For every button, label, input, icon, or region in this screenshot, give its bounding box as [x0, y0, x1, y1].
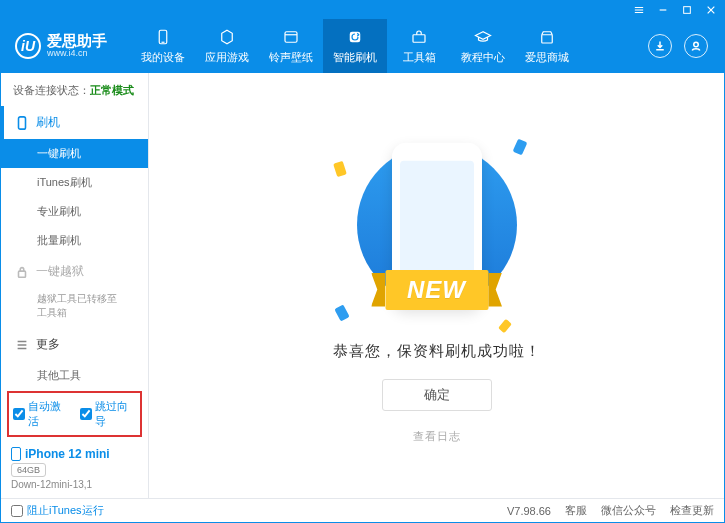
sidebar-item-oneclick[interactable]: 一键刷机 — [1, 139, 148, 168]
success-illustration: NEW — [337, 128, 537, 328]
checkbox-auto-activate[interactable]: 自动激活 — [13, 399, 70, 429]
wallpaper-icon — [282, 28, 300, 46]
tab-toolbox[interactable]: 工具箱 — [387, 19, 451, 73]
tab-label: 教程中心 — [461, 50, 505, 65]
section-label: 更多 — [36, 336, 60, 353]
footer-right: V7.98.66 客服 微信公众号 检查更新 — [507, 503, 714, 518]
minimize-icon[interactable] — [656, 3, 670, 17]
tab-ringtones[interactable]: 铃声壁纸 — [259, 19, 323, 73]
block-itunes-input[interactable] — [11, 505, 23, 517]
view-log-link[interactable]: 查看日志 — [413, 429, 461, 444]
sidebar-item-batch[interactable]: 批量刷机 — [1, 226, 148, 255]
sidebar-section-jailbreak[interactable]: 一键越狱 — [1, 255, 148, 288]
list-icon — [15, 338, 29, 352]
refresh-icon — [346, 28, 364, 46]
settings-menu-icon[interactable] — [632, 3, 646, 17]
brand-block: iU 爱思助手 www.i4.cn — [15, 33, 107, 59]
window-titlebar — [1, 1, 724, 19]
new-ribbon: NEW — [371, 270, 502, 310]
app-window: iU 爱思助手 www.i4.cn 我的设备 应用游戏 铃声壁纸 智能刷机 — [0, 0, 725, 523]
sidebar-section-more[interactable]: 更多 — [1, 328, 148, 361]
device-name: iPhone 12 mini — [11, 447, 138, 461]
main-tabs: 我的设备 应用游戏 铃声壁纸 智能刷机 工具箱 教程中心 — [131, 19, 579, 73]
svg-rect-2 — [285, 31, 297, 42]
main-panel: NEW 恭喜您，保资料刷机成功啦！ 确定 查看日志 — [149, 73, 724, 498]
connection-status: 设备连接状态：正常模式 — [1, 73, 148, 106]
tab-label: 智能刷机 — [333, 50, 377, 65]
jailbreak-note: 越狱工具已转移至 工具箱 — [1, 288, 148, 328]
sidebar-list: 刷机 一键刷机 iTunes刷机 专业刷机 批量刷机 一键越狱 越狱工具已转移至… — [1, 106, 148, 385]
svg-rect-0 — [684, 7, 691, 14]
body: 设备连接状态：正常模式 刷机 一键刷机 iTunes刷机 专业刷机 批量刷机 一… — [1, 73, 724, 498]
sidebar-item-other[interactable]: 其他工具 — [1, 361, 148, 385]
apps-icon — [218, 28, 236, 46]
checkbox-label: 跳过向导 — [95, 399, 137, 429]
svg-rect-5 — [542, 34, 553, 42]
tab-label: 铃声壁纸 — [269, 50, 313, 65]
tab-store[interactable]: 爱思商城 — [515, 19, 579, 73]
lock-icon — [15, 265, 29, 279]
close-icon[interactable] — [704, 3, 718, 17]
brand-logo-icon: iU — [15, 33, 41, 59]
svg-point-6 — [694, 42, 699, 47]
checkbox-label: 阻止iTunes运行 — [27, 503, 104, 518]
header-nav: iU 爱思助手 www.i4.cn 我的设备 应用游戏 铃声壁纸 智能刷机 — [1, 19, 724, 73]
svg-rect-4 — [413, 34, 425, 42]
sidebar-section-flash[interactable]: 刷机 — [1, 106, 148, 139]
device-info[interactable]: iPhone 12 mini 64GB Down-12mini-13,1 — [1, 441, 148, 498]
checkbox-block-itunes[interactable]: 阻止iTunes运行 — [11, 503, 104, 518]
ribbon-text: NEW — [385, 270, 488, 310]
brand-title: 爱思助手 — [47, 33, 107, 50]
tab-label: 应用游戏 — [205, 50, 249, 65]
toolbox-icon — [410, 28, 428, 46]
phone-icon — [15, 116, 29, 130]
connection-status-value: 正常模式 — [90, 84, 134, 96]
checkbox-skip-guide[interactable]: 跳过向导 — [80, 399, 137, 429]
tab-label: 工具箱 — [403, 50, 436, 65]
svg-rect-8 — [19, 271, 26, 277]
success-message: 恭喜您，保资料刷机成功啦！ — [333, 342, 541, 361]
ok-button[interactable]: 确定 — [382, 379, 492, 411]
tab-apps[interactable]: 应用游戏 — [195, 19, 259, 73]
svg-rect-7 — [19, 116, 26, 128]
version-label: V7.98.66 — [507, 505, 551, 517]
sidebar-item-itunes[interactable]: iTunes刷机 — [1, 168, 148, 197]
checkbox-label: 自动激活 — [28, 399, 70, 429]
check-update-link[interactable]: 检查更新 — [670, 503, 714, 518]
connection-status-label: 设备连接状态： — [13, 84, 90, 96]
skip-guide-input[interactable] — [80, 408, 92, 420]
brand-url: www.i4.cn — [47, 49, 107, 59]
tab-label: 我的设备 — [141, 50, 185, 65]
section-label: 刷机 — [36, 114, 60, 131]
section-label: 一键越狱 — [36, 263, 84, 280]
sidebar: 设备连接状态：正常模式 刷机 一键刷机 iTunes刷机 专业刷机 批量刷机 一… — [1, 73, 149, 498]
wechat-link[interactable]: 微信公众号 — [601, 503, 656, 518]
device-firmware: Down-12mini-13,1 — [11, 479, 138, 490]
phone-icon — [154, 28, 172, 46]
support-link[interactable]: 客服 — [565, 503, 587, 518]
graduation-icon — [474, 28, 492, 46]
status-bar: 阻止iTunes运行 V7.98.66 客服 微信公众号 检查更新 — [1, 498, 724, 522]
device-icon — [11, 447, 21, 461]
tab-flash[interactable]: 智能刷机 — [323, 19, 387, 73]
tab-tutorials[interactable]: 教程中心 — [451, 19, 515, 73]
sidebar-item-pro[interactable]: 专业刷机 — [1, 197, 148, 226]
header-right — [648, 34, 716, 58]
tab-label: 爱思商城 — [525, 50, 569, 65]
options-highlight-box: 自动激活 跳过向导 — [7, 391, 142, 437]
account-button[interactable] — [684, 34, 708, 58]
tab-device[interactable]: 我的设备 — [131, 19, 195, 73]
device-capacity: 64GB — [11, 463, 46, 477]
auto-activate-input[interactable] — [13, 408, 25, 420]
download-button[interactable] — [648, 34, 672, 58]
svg-rect-3 — [350, 31, 361, 42]
store-icon — [538, 28, 556, 46]
maximize-icon[interactable] — [680, 3, 694, 17]
